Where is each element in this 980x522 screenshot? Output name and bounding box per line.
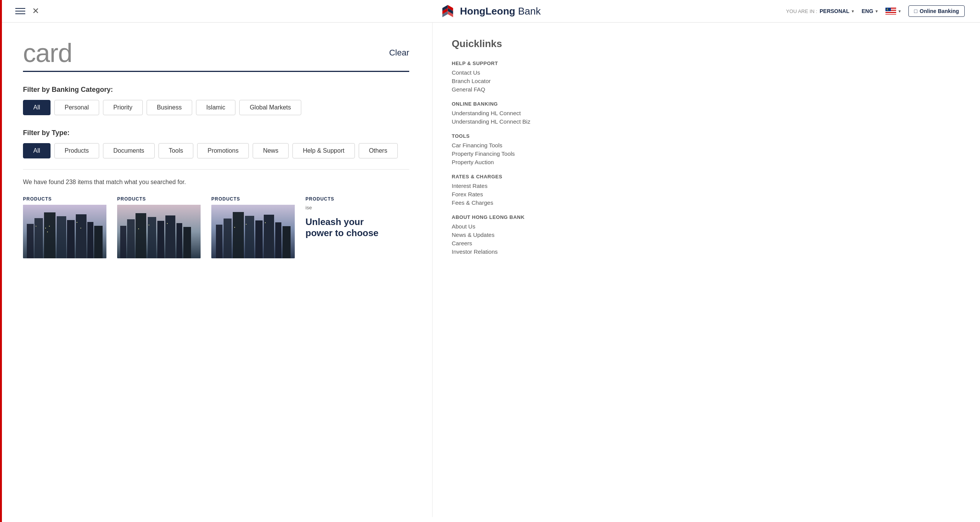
- filter-type-news[interactable]: News: [253, 143, 289, 158]
- svg-rect-48: [233, 212, 244, 258]
- svg-rect-50: [255, 220, 263, 258]
- main-layout: card Clear Filter by Banking Category: A…: [0, 23, 980, 517]
- svg-rect-34: [120, 226, 126, 258]
- search-underline: [23, 71, 409, 72]
- svg-rect-37: [148, 217, 156, 258]
- svg-rect-12: [885, 13, 896, 14]
- close-icon[interactable]: ✕: [32, 6, 39, 16]
- sidebar-link-property-auction[interactable]: Property Auction: [452, 159, 547, 165]
- sidebar: Quicklinks HELP & SUPPORT Contact Us Bra…: [433, 23, 563, 517]
- product-card-3[interactable]: PRODUCTS: [211, 196, 295, 258]
- filter-cat-personal[interactable]: Personal: [54, 100, 99, 115]
- sidebar-link-interest-rates[interactable]: Interest Rates: [452, 183, 547, 189]
- header-right: YOU ARE IN : PERSONAL ▼ ENG ▼: [786, 5, 965, 17]
- card-3-label: PRODUCTS: [211, 196, 295, 202]
- svg-rect-28: [47, 232, 48, 232]
- product-card-4[interactable]: PRODUCTS ise Unleash your power to choos…: [305, 196, 389, 258]
- filter-cat-priority[interactable]: Priority: [103, 100, 143, 115]
- sidebar-link-hl-connect[interactable]: Understanding HL Connect: [452, 110, 547, 116]
- personal-dropdown[interactable]: PERSONAL ▼: [820, 8, 855, 14]
- svg-rect-29: [49, 226, 50, 227]
- online-banking-icon: □: [914, 8, 917, 14]
- filter-category-buttons: All Personal Priority Business Islamic G…: [23, 100, 409, 115]
- filter-type-products[interactable]: Products: [54, 143, 99, 158]
- you-are-in: YOU ARE IN : PERSONAL ▼: [786, 8, 854, 14]
- filter-type-tools[interactable]: Tools: [158, 143, 193, 158]
- sidebar-link-news-updates[interactable]: News & Updates: [452, 232, 547, 238]
- card-4-subtitle: ise: [305, 205, 389, 210]
- sidebar-section-help: HELP & SUPPORT Contact Us Branch Locator…: [452, 60, 547, 93]
- sidebar-link-general-faq[interactable]: General FAQ: [452, 86, 547, 93]
- svg-rect-54: [234, 227, 235, 228]
- svg-rect-31: [77, 222, 77, 223]
- sidebar-link-forex-rates[interactable]: Forex Rates: [452, 191, 547, 197]
- svg-rect-19: [27, 224, 34, 258]
- card-1-image: [23, 205, 106, 258]
- filter-cat-business[interactable]: Business: [147, 100, 192, 115]
- online-banking-button[interactable]: □ Online Banking: [908, 5, 965, 17]
- search-row: card Clear: [23, 38, 409, 68]
- hlb-logo-icon: [439, 4, 456, 18]
- sidebar-link-car-financing[interactable]: Car Financing Tools: [452, 142, 547, 148]
- malaysia-flag-icon: [885, 8, 896, 15]
- svg-rect-56: [265, 222, 266, 223]
- filter-cat-global[interactable]: Global Markets: [239, 100, 301, 115]
- sidebar-title: Quicklinks: [452, 38, 547, 50]
- filter-type-help[interactable]: Help & Support: [292, 143, 355, 158]
- hamburger-icon[interactable]: [15, 8, 25, 14]
- product-card-2[interactable]: PRODUCTS: [117, 196, 201, 258]
- sidebar-link-fees-charges[interactable]: Fees & Charges: [452, 199, 547, 206]
- filter-type-all[interactable]: All: [23, 143, 51, 158]
- results-text: We have found 238 items that match what …: [23, 179, 409, 186]
- svg-rect-55: [246, 224, 247, 225]
- search-query: card: [23, 38, 72, 68]
- svg-rect-44: [167, 223, 168, 224]
- svg-rect-27: [45, 228, 46, 228]
- country-chevron-icon: ▼: [898, 9, 902, 13]
- svg-rect-21: [44, 212, 56, 258]
- svg-rect-46: [216, 225, 222, 258]
- sidebar-rates-title: RATES & CHARGES: [452, 174, 547, 179]
- svg-rect-13: [885, 14, 896, 15]
- svg-rect-51: [264, 215, 274, 258]
- svg-rect-25: [87, 222, 93, 258]
- sidebar-link-careers[interactable]: Careers: [452, 240, 547, 246]
- svg-rect-42: [138, 228, 139, 229]
- svg-rect-53: [283, 226, 291, 258]
- country-dropdown[interactable]: ▼: [885, 8, 902, 15]
- svg-rect-52: [275, 222, 281, 258]
- filter-category-section: Filter by Banking Category: All Personal…: [23, 86, 409, 115]
- sidebar-link-contact-us[interactable]: Contact Us: [452, 69, 547, 76]
- clear-button[interactable]: Clear: [389, 48, 409, 58]
- product-card-1[interactable]: PRODUCTS: [23, 196, 106, 258]
- filter-cat-islamic[interactable]: Islamic: [196, 100, 236, 115]
- lang-dropdown[interactable]: ENG ▼: [862, 8, 879, 14]
- filter-type-section: Filter by Type: All Products Documents T…: [23, 129, 409, 158]
- sidebar-link-branch-locator[interactable]: Branch Locator: [452, 78, 547, 84]
- svg-rect-41: [183, 227, 191, 258]
- svg-rect-11: [885, 12, 896, 13]
- red-bar: [0, 0, 2, 517]
- sidebar-about-title: ABOUT HONG LEONG BANK: [452, 214, 547, 220]
- sidebar-link-about-us[interactable]: About Us: [452, 223, 547, 230]
- svg-rect-36: [136, 213, 146, 258]
- sidebar-tools-title: TOOLS: [452, 133, 547, 139]
- personal-chevron-icon: ▼: [851, 9, 855, 13]
- filter-cat-all[interactable]: All: [23, 100, 51, 115]
- sidebar-link-hl-connect-biz[interactable]: Understanding HL Connect Biz: [452, 118, 547, 125]
- sidebar-section-online-banking: ONLINE BANKING Understanding HL Connect …: [452, 101, 547, 125]
- svg-rect-47: [224, 219, 232, 258]
- svg-rect-22: [57, 216, 66, 258]
- sidebar-online-banking-title: ONLINE BANKING: [452, 101, 547, 107]
- sidebar-section-about: ABOUT HONG LEONG BANK About Us News & Up…: [452, 214, 547, 255]
- sidebar-section-rates: RATES & CHARGES Interest Rates Forex Rat…: [452, 174, 547, 206]
- logo-container: HongLeong Bank: [439, 4, 541, 18]
- lang-chevron-icon: ▼: [875, 9, 879, 13]
- filter-type-documents[interactable]: Documents: [103, 143, 155, 158]
- svg-rect-26: [94, 226, 103, 258]
- filter-type-promotions[interactable]: Promotions: [197, 143, 249, 158]
- sidebar-link-property-financing[interactable]: Property Financing Tools: [452, 150, 547, 157]
- card-1-label: PRODUCTS: [23, 196, 106, 202]
- filter-type-others[interactable]: Others: [359, 143, 398, 158]
- sidebar-link-investor-relations[interactable]: Investor Relations: [452, 248, 547, 255]
